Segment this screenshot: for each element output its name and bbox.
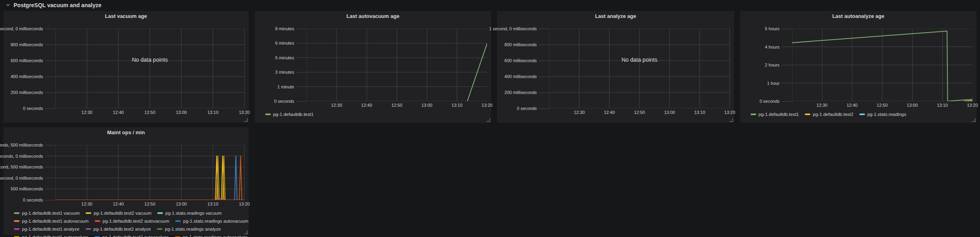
legend-item-pg-1-defaultdb-test1[interactable]: pg-1.defaultdb.test1 bbox=[265, 112, 314, 117]
legend-item-pg-1-stats-readings-autoanalyze[interactable]: pg-1.stats.readings autoanalyze bbox=[175, 235, 248, 237]
legend-item-pg-1-stats-readings-autovacuum[interactable]: pg-1.stats.readings autovacuum bbox=[175, 219, 248, 223]
chart-canvas[interactable] bbox=[55, 145, 245, 200]
panel-resize-handle[interactable] bbox=[730, 118, 733, 122]
y-axis: 0 seconds1 hour2 hours4 hours5 hours bbox=[740, 29, 792, 101]
legend-row: pg-1.defaultdb.test1 autoanalyzepg-1.def… bbox=[14, 233, 248, 237]
panel-title[interactable]: Maint ops / min bbox=[4, 127, 248, 138]
legend-label: pg-1.stats.readings autovacuum bbox=[183, 219, 248, 223]
chart-canvas[interactable] bbox=[307, 29, 487, 101]
legend: pg-1.defaultdb.test1pg-1.defaultdb.test2… bbox=[751, 110, 976, 118]
chart-canvas[interactable] bbox=[549, 29, 730, 108]
x-tick-label: 12:50 bbox=[391, 103, 403, 108]
panel-title[interactable]: Last vacuum age bbox=[4, 11, 248, 22]
legend-label: pg-1.defaultdb.test1 bbox=[759, 112, 799, 117]
x-tick-label: 12:30 bbox=[81, 110, 92, 115]
x-tick-label: 12:40 bbox=[847, 103, 858, 108]
legend-item-pg-1-defaultdb-test2-analyze[interactable]: pg-1.defaultdb.test2 analyze bbox=[86, 227, 151, 231]
x-tick-label: 13:00 bbox=[176, 202, 187, 206]
x-tick-label: 12:30 bbox=[81, 202, 92, 206]
panel-resize-handle[interactable] bbox=[972, 118, 976, 122]
x-tick-label: 13:20 bbox=[481, 103, 493, 108]
legend-item-pg-1-defaultdb-test2-autovacuum[interactable]: pg-1.defaultdb.test2 autovacuum bbox=[95, 219, 170, 223]
panel-last-analyze-age: Last analyze age0 seconds200 millisecond… bbox=[497, 11, 734, 123]
legend-swatch bbox=[157, 228, 162, 230]
plot-area[interactable] bbox=[792, 29, 972, 101]
legend-item-pg-1-stats-readings-vacuum[interactable]: pg-1.stats.readings vacuum bbox=[157, 211, 221, 215]
y-tick-label: 200 milliseconds bbox=[4, 90, 55, 95]
legend-label: pg-1.defaultdb.test1 autoanalyze bbox=[22, 235, 88, 237]
y-tick-label: 0 seconds bbox=[497, 106, 549, 111]
legend: pg-1.defaultdb.test1 vacuumpg-1.defaultd… bbox=[14, 209, 248, 237]
chart-canvas[interactable] bbox=[792, 29, 972, 101]
legend-label: pg-1.defaultdb.test2 analyze bbox=[94, 227, 151, 231]
legend-item-pg-1-defaultdb-test1-vacuum[interactable]: pg-1.defaultdb.test1 vacuum bbox=[14, 211, 80, 215]
legend-swatch bbox=[805, 114, 810, 115]
legend-item-pg-1-defaultdb-test1[interactable]: pg-1.defaultdb.test1 bbox=[751, 112, 799, 117]
legend: pg-1.defaultdb.test1 bbox=[265, 110, 491, 118]
legend-item-pg-1-stats-readings[interactable]: pg-1.stats.readings bbox=[859, 112, 906, 117]
plot-area[interactable]: No data points bbox=[55, 29, 245, 108]
x-tick-label: 12:40 bbox=[113, 110, 124, 115]
legend-swatch bbox=[157, 212, 163, 214]
y-tick-label: 1 minute bbox=[255, 84, 307, 89]
row-title[interactable]: PostgreSQL vacuum and analyze bbox=[14, 2, 102, 8]
y-tick-label: 4 hours bbox=[740, 45, 792, 49]
y-tick-label: 400 milliseconds bbox=[497, 74, 549, 79]
panel-title[interactable]: Last autovacuum age bbox=[255, 11, 491, 22]
legend-swatch bbox=[14, 212, 20, 214]
panel-title[interactable]: Last analyze age bbox=[497, 11, 734, 22]
x-tick-label: 12:30 bbox=[816, 103, 827, 108]
legend-item-pg-1-defaultdb-test2-vacuum[interactable]: pg-1.defaultdb.test2 vacuum bbox=[86, 211, 151, 215]
panel-title[interactable]: Last autoanalyze age bbox=[740, 11, 976, 22]
y-tick-label: 600 milliseconds bbox=[4, 58, 55, 63]
x-tick-label: 12:30 bbox=[331, 103, 342, 108]
x-tick-label: 13:00 bbox=[907, 103, 918, 108]
legend-swatch bbox=[265, 114, 271, 115]
x-axis: 12:3012:4012:5013:0013:1013:20 bbox=[55, 201, 245, 207]
y-tick-label: 500 milliseconds bbox=[4, 186, 55, 191]
panel-resize-handle[interactable] bbox=[244, 231, 248, 234]
panel-last-autoanalyze-age: Last autoanalyze age0 seconds1 hour2 hou… bbox=[740, 11, 977, 123]
y-tick-label: 800 milliseconds bbox=[497, 42, 549, 47]
y-tick-label: 600 milliseconds bbox=[497, 58, 549, 63]
chevron-down-icon[interactable] bbox=[6, 3, 10, 8]
legend-item-pg-1-defaultdb-test1-analyze[interactable]: pg-1.defaultdb.test1 analyze bbox=[14, 227, 80, 231]
panel-resize-handle[interactable] bbox=[487, 118, 490, 122]
panel-last-autovacuum-age: Last autovacuum age0 seconds1 minute3 mi… bbox=[254, 11, 491, 123]
legend-label: pg-1.stats.readings bbox=[867, 112, 906, 117]
plot-area[interactable] bbox=[307, 29, 487, 101]
legend-item-pg-1-defaultdb-test2[interactable]: pg-1.defaultdb.test2 bbox=[805, 112, 853, 117]
panel-resize-handle[interactable] bbox=[244, 118, 248, 122]
legend-swatch bbox=[86, 212, 91, 214]
y-tick-label: 2 seconds, 500 milliseconds bbox=[4, 143, 55, 147]
x-tick-label: 13:20 bbox=[239, 110, 250, 115]
y-tick-label: 1 second, 0 milliseconds bbox=[4, 176, 55, 180]
dashboard-row-header[interactable]: PostgreSQL vacuum and analyze bbox=[0, 0, 980, 10]
y-tick-label: 400 milliseconds bbox=[4, 74, 55, 79]
chart-canvas[interactable] bbox=[55, 29, 245, 108]
x-tick-label: 12:50 bbox=[145, 110, 156, 115]
legend-swatch bbox=[175, 220, 181, 222]
x-tick-label: 12:40 bbox=[361, 103, 372, 108]
y-tick-label: 8 minutes bbox=[255, 26, 307, 31]
legend-label: pg-1.stats.readings vacuum bbox=[165, 211, 221, 215]
y-tick-label: 1 second, 0 milliseconds bbox=[4, 26, 55, 31]
legend-item-pg-1-stats-readings-analyze[interactable]: pg-1.stats.readings analyze bbox=[157, 227, 221, 231]
legend-label: pg-1.defaultdb.test1 vacuum bbox=[22, 211, 80, 215]
y-tick-label: 800 milliseconds bbox=[4, 42, 55, 47]
legend-label: pg-1.defaultdb.test2 autoanalyze bbox=[102, 235, 169, 237]
y-tick-label: 1 second, 500 milliseconds bbox=[4, 165, 55, 169]
legend-label: pg-1.defaultdb.test2 bbox=[813, 112, 853, 117]
x-tick-label: 12:50 bbox=[145, 202, 156, 206]
plot-area[interactable] bbox=[55, 145, 245, 200]
chart-body: 0 seconds200 milliseconds400 millisecond… bbox=[497, 29, 734, 108]
legend-label: pg-1.stats.readings analyze bbox=[165, 227, 221, 231]
legend-item-pg-1-defaultdb-test1-autoanalyze[interactable]: pg-1.defaultdb.test1 autoanalyze bbox=[14, 235, 88, 237]
y-tick-label: 0 seconds bbox=[4, 198, 55, 202]
x-tick-label: 13:00 bbox=[664, 110, 675, 115]
x-tick-label: 12:40 bbox=[604, 110, 615, 115]
legend-item-pg-1-defaultdb-test2-autoanalyze[interactable]: pg-1.defaultdb.test2 autoanalyze bbox=[94, 235, 169, 237]
plot-area[interactable]: No data points bbox=[549, 29, 730, 108]
series-line-pg-1-stats-readings bbox=[968, 101, 972, 101]
legend-item-pg-1-defaultdb-test1-autovacuum[interactable]: pg-1.defaultdb.test1 autovacuum bbox=[14, 219, 89, 223]
